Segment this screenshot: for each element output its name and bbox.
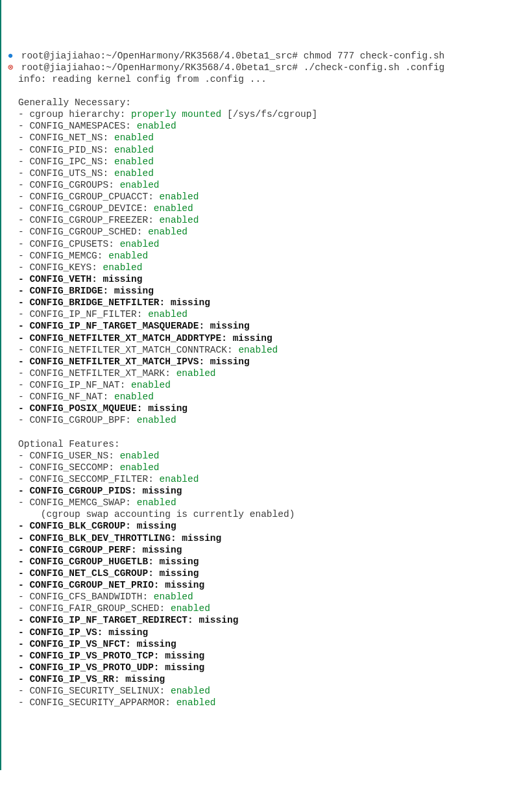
config-status: missing	[182, 533, 221, 544]
config-name: CONFIG_CGROUP_HUGETLB	[29, 556, 148, 567]
dash: -	[18, 321, 29, 331]
colon: :	[187, 615, 199, 625]
config-name: CONFIG_IP_VS_PROTO_TCP	[29, 651, 153, 661]
config-row: - CONFIG_BLK_CGROUP: missing	[6, 520, 527, 532]
config-row: - CONFIG_SECURITY_SELINUX: enabled	[6, 685, 527, 697]
colon: :	[125, 639, 136, 649]
dash: -	[18, 297, 29, 308]
colon: :	[108, 239, 119, 249]
dash: -	[18, 168, 29, 179]
section-title: Generally Necessary:	[18, 97, 131, 108]
config-row: - CONFIG_IP_NF_TARGET_MASQUERADE: missin…	[6, 320, 527, 332]
config-name: CONFIG_SECCOMP	[29, 462, 108, 473]
config-name: CONFIG_FAIR_GROUP_SCHED	[29, 603, 159, 614]
section-header-optional: Optional Features:	[6, 438, 527, 450]
config-row: - CONFIG_MEMCG: enabled	[6, 250, 527, 262]
colon: :	[142, 203, 153, 214]
config-name: CONFIG_BLK_DEV_THROTTLING	[29, 533, 171, 544]
config-status: missing	[165, 651, 204, 661]
dash: -	[18, 697, 29, 708]
config-status: enabled	[171, 603, 210, 614]
note-text: (cgroup swap accounting is currently ena…	[18, 509, 295, 519]
config-name: CONFIG_USER_NS	[29, 451, 108, 461]
colon: :	[221, 333, 232, 344]
config-name: CONFIG_CGROUP_PERF	[29, 545, 131, 555]
config-name: CONFIG_NAMESPACES	[29, 121, 125, 131]
config-row: - CONFIG_VETH: missing	[6, 273, 527, 285]
info-text: info: reading kernel config from .config…	[18, 74, 267, 84]
bullet-icon: ⊗	[6, 62, 14, 73]
dash: -	[18, 251, 29, 261]
config-status: enabled	[154, 592, 193, 602]
config-row: - CONFIG_IP_VS_RR: missing	[6, 673, 527, 685]
dash: -	[18, 392, 29, 402]
colon: :	[97, 251, 108, 261]
config-status: missing	[233, 333, 272, 344]
config-status: missing	[142, 486, 182, 496]
config-row: - CONFIG_NETFILTER_XT_MATCH_ADDRTYPE: mi…	[6, 332, 527, 344]
dash: -	[18, 145, 29, 155]
colon: :	[199, 321, 210, 331]
config-row: - CONFIG_NETFILTER_XT_MARK: enabled	[6, 368, 527, 379]
config-status: enabled	[160, 474, 199, 484]
dash: -	[18, 156, 29, 167]
config-status: missing	[160, 568, 199, 579]
config-name: CONFIG_IP_NF_FILTER	[29, 309, 136, 319]
colon: :	[199, 356, 210, 367]
dash: -	[18, 309, 29, 319]
dash: -	[18, 227, 29, 237]
dash: -	[18, 451, 29, 461]
config-name: - cgroup hierarchy:	[18, 109, 131, 119]
dash: -	[18, 180, 29, 190]
config-name: CONFIG_NETFILTER_XT_MATCH_IPVS	[29, 356, 199, 367]
config-row: - CONFIG_FAIR_GROUP_SCHED: enabled	[6, 603, 527, 614]
config-suffix: [/sys/fs/cgroup]	[221, 109, 317, 119]
colon: :	[160, 297, 171, 308]
dash: -	[18, 592, 29, 602]
config-row: - CONFIG_IP_VS_PROTO_TCP: missing	[6, 650, 527, 662]
config-row: - CONFIG_CGROUP_PIDS: missing	[6, 485, 527, 497]
dash: -	[18, 545, 29, 555]
dash: -	[18, 662, 29, 673]
config-status: enabled	[148, 309, 187, 319]
config-status: enabled	[120, 451, 160, 461]
config-name: CONFIG_CFS_BANDWIDTH	[29, 592, 142, 602]
config-status: missing	[210, 321, 250, 331]
colon: :	[131, 486, 142, 496]
colon: :	[103, 392, 114, 402]
config-name: CONFIG_CGROUP_CPUACCT	[29, 192, 148, 202]
colon: :	[137, 309, 148, 319]
config-status: enabled	[114, 145, 154, 155]
dash: -	[18, 274, 29, 284]
colon: :	[148, 192, 159, 202]
dash: -	[18, 580, 29, 590]
shell-prompt: root@jiajiahao:~/OpenHarmony/RK3568/4.0b…	[16, 51, 298, 61]
config-status: missing	[160, 556, 199, 567]
config-name: CONFIG_NET_NS	[29, 132, 103, 143]
config-name: CONFIG_CGROUP_NET_PRIO	[29, 580, 153, 590]
dash: -	[18, 603, 29, 614]
config-status: enabled	[114, 168, 154, 179]
section-header-generally: Generally Necessary:	[6, 97, 527, 108]
dash: -	[18, 345, 29, 355]
colon: :	[103, 168, 114, 179]
prompt-line-1: ● root@jiajiahao:~/OpenHarmony/RK3568/4.…	[6, 50, 527, 62]
config-row: - CONFIG_IP_NF_FILTER: enabled	[6, 308, 527, 320]
dash: -	[18, 415, 29, 425]
config-name: CONFIG_KEYS	[29, 262, 91, 273]
config-name: CONFIG_IP_VS_NFCT	[29, 639, 125, 649]
dash: -	[18, 215, 29, 225]
config-name: CONFIG_CGROUP_SCHED	[29, 227, 136, 237]
config-row: - CONFIG_IP_NF_NAT: enabled	[6, 379, 527, 391]
dash: -	[18, 674, 29, 684]
config-name: CONFIG_CGROUP_DEVICE	[29, 203, 142, 214]
config-row: - CONFIG_KEYS: enabled	[6, 262, 527, 273]
config-status: missing	[142, 545, 182, 555]
terminal-output: ● root@jiajiahao:~/OpenHarmony/RK3568/4.…	[6, 50, 527, 709]
bullet-icon: ●	[6, 50, 14, 62]
config-status: missing	[114, 286, 154, 296]
config-name: CONFIG_BRIDGE	[29, 286, 103, 296]
config-row: - CONFIG_CPUSETS: enabled	[6, 238, 527, 250]
config-row: - CONFIG_UTS_NS: enabled	[6, 168, 527, 179]
config-row: - CONFIG_CGROUP_BPF: enabled	[6, 414, 527, 426]
